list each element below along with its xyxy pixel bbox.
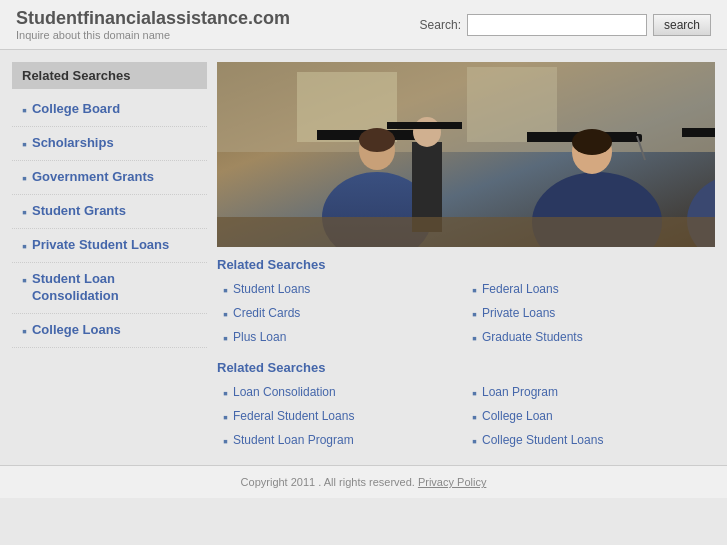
link-student-loans[interactable]: Student Loans [233, 282, 310, 296]
site-title: Studentfinancialassistance.com [16, 8, 290, 29]
bullet-icon: ▪ [472, 385, 477, 401]
bullet-icon: ▪ [472, 306, 477, 322]
sidebar-link-scholarships[interactable]: Scholarships [32, 135, 114, 152]
privacy-policy-link[interactable]: Privacy Policy [418, 476, 486, 488]
sidebar-link-college-loans[interactable]: College Loans [32, 322, 121, 339]
bullet-icon: ▪ [472, 409, 477, 425]
graduation-image [217, 62, 715, 247]
bullet-icon: ▪ [22, 102, 27, 118]
sidebar-link-student-loan-consolidation[interactable]: Student Loan Consolidation [32, 271, 197, 305]
link-item-private-loans[interactable]: ▪ Private Loans [466, 302, 715, 326]
svg-point-15 [572, 129, 612, 155]
bullet-icon: ▪ [22, 170, 27, 186]
graduation-svg [217, 62, 715, 247]
sidebar-link-private-student-loans[interactable]: Private Student Loans [32, 237, 169, 254]
search-button[interactable]: search [653, 14, 711, 36]
link-item-student-loans[interactable]: ▪ Student Loans [217, 278, 466, 302]
links-grid-2: ▪ Loan Consolidation ▪ Loan Program ▪ Fe… [217, 381, 715, 453]
bullet-icon: ▪ [22, 136, 27, 152]
link-credit-cards[interactable]: Credit Cards [233, 306, 300, 320]
bullet-icon: ▪ [472, 282, 477, 298]
link-item-credit-cards[interactable]: ▪ Credit Cards [217, 302, 466, 326]
link-student-loan-program[interactable]: Student Loan Program [233, 433, 354, 447]
main-layout: Related Searches ▪ College Board ▪ Schol… [0, 50, 727, 465]
link-college-student-loans[interactable]: College Student Loans [482, 433, 603, 447]
svg-point-26 [413, 117, 441, 147]
link-item-college-loan[interactable]: ▪ College Loan [466, 405, 715, 429]
content: Related Searches ▪ Student Loans ▪ Feder… [217, 62, 715, 453]
bullet-icon: ▪ [22, 272, 27, 288]
sidebar-header: Related Searches [12, 62, 207, 89]
bullet-icon: ▪ [223, 385, 228, 401]
sidebar-item-scholarships[interactable]: ▪ Scholarships [12, 127, 207, 161]
footer: Copyright 2011 . All rights reserved. Pr… [0, 465, 727, 498]
bullet-icon: ▪ [22, 238, 27, 254]
header-left: Studentfinancialassistance.com Inquire a… [16, 8, 290, 41]
svg-marker-18 [682, 128, 715, 137]
link-college-loan[interactable]: College Loan [482, 409, 553, 423]
svg-marker-28 [387, 122, 462, 129]
link-federal-student-loans[interactable]: Federal Student Loans [233, 409, 354, 423]
sidebar-item-student-grants[interactable]: ▪ Student Grants [12, 195, 207, 229]
sidebar-item-government-grants[interactable]: ▪ Government Grants [12, 161, 207, 195]
svg-rect-29 [217, 217, 715, 247]
link-item-graduate-students[interactable]: ▪ Graduate Students [466, 326, 715, 350]
link-plus-loan[interactable]: Plus Loan [233, 330, 286, 344]
search-label: Search: [420, 18, 461, 32]
link-private-loans[interactable]: Private Loans [482, 306, 555, 320]
bullet-icon: ▪ [223, 306, 228, 322]
site-subtitle: Inquire about this domain name [16, 29, 290, 41]
search-area: Search: search [420, 14, 711, 36]
bullet-icon: ▪ [223, 409, 228, 425]
link-loan-consolidation[interactable]: Loan Consolidation [233, 385, 336, 399]
link-item-student-loan-program[interactable]: ▪ Student Loan Program [217, 429, 466, 453]
link-item-federal-loans[interactable]: ▪ Federal Loans [466, 278, 715, 302]
sidebar-item-student-loan-consolidation[interactable]: ▪ Student Loan Consolidation [12, 263, 207, 314]
bullet-icon: ▪ [22, 323, 27, 339]
sidebar-item-college-loans[interactable]: ▪ College Loans [12, 314, 207, 348]
link-item-federal-student-loans[interactable]: ▪ Federal Student Loans [217, 405, 466, 429]
bullet-icon: ▪ [223, 433, 228, 449]
links-grid-1: ▪ Student Loans ▪ Federal Loans ▪ Credit… [217, 278, 715, 350]
link-loan-program[interactable]: Loan Program [482, 385, 558, 399]
svg-point-9 [359, 128, 395, 152]
related-header-1: Related Searches [217, 257, 715, 272]
sidebar-item-college-board[interactable]: ▪ College Board [12, 93, 207, 127]
link-graduate-students[interactable]: Graduate Students [482, 330, 583, 344]
svg-rect-3 [467, 67, 557, 142]
link-item-loan-program[interactable]: ▪ Loan Program [466, 381, 715, 405]
bullet-icon: ▪ [223, 282, 228, 298]
link-item-college-student-loans[interactable]: ▪ College Student Loans [466, 429, 715, 453]
sidebar-link-government-grants[interactable]: Government Grants [32, 169, 154, 186]
link-item-loan-consolidation[interactable]: ▪ Loan Consolidation [217, 381, 466, 405]
bullet-icon: ▪ [472, 433, 477, 449]
link-federal-loans[interactable]: Federal Loans [482, 282, 559, 296]
sidebar-item-private-student-loans[interactable]: ▪ Private Student Loans [12, 229, 207, 263]
sidebar-link-student-grants[interactable]: Student Grants [32, 203, 126, 220]
footer-text: Copyright 2011 . All rights reserved. [241, 476, 415, 488]
bullet-icon: ▪ [22, 204, 27, 220]
link-item-plus-loan[interactable]: ▪ Plus Loan [217, 326, 466, 350]
search-input[interactable] [467, 14, 647, 36]
related-header-2: Related Searches [217, 360, 715, 375]
bullet-icon: ▪ [472, 330, 477, 346]
header: Studentfinancialassistance.com Inquire a… [0, 0, 727, 50]
sidebar-link-college-board[interactable]: College Board [32, 101, 120, 118]
bullet-icon: ▪ [223, 330, 228, 346]
sidebar: Related Searches ▪ College Board ▪ Schol… [12, 62, 207, 453]
